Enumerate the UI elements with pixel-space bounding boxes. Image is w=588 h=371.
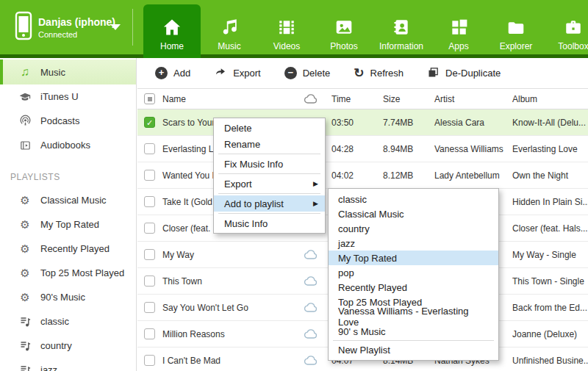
add-button[interactable]: + Add xyxy=(155,67,190,79)
sidebar-playlist-recently-played[interactable]: ⚙ Recently Played xyxy=(0,237,136,261)
refresh-button[interactable]: ↻ Refresh xyxy=(354,67,404,79)
row-checkbox[interactable] xyxy=(144,196,155,207)
submenu-item-pop[interactable]: pop xyxy=(329,265,498,280)
select-all-checkbox[interactable] xyxy=(144,93,155,104)
tab-label: Information xyxy=(379,41,423,51)
tab-label: Photos xyxy=(330,41,357,51)
table-row[interactable]: Wanted You More 04:02 8.12MB Lady Antebe… xyxy=(137,162,588,189)
row-checkbox[interactable] xyxy=(144,275,155,287)
menu-item-label: country xyxy=(338,223,370,234)
sidebar-playlist-top-25-most-played[interactable]: ⚙ Top 25 Most Played xyxy=(0,261,136,285)
de-duplicate-button[interactable]: De-Duplicate xyxy=(427,66,501,81)
menu-item-label: 90' s Music xyxy=(338,326,386,337)
song-album: Hidden In Plain Si... xyxy=(506,197,588,207)
column-header-name[interactable]: Name xyxy=(162,94,296,104)
context-menu-item-fix-music-info[interactable]: Fix Music Info xyxy=(214,156,325,172)
song-album: Own the Night xyxy=(506,170,588,181)
gear-icon: ⚙ xyxy=(18,267,32,280)
row-checkbox[interactable] xyxy=(144,355,155,366)
plus-icon: + xyxy=(155,67,168,79)
add-to-playlist-submenu: classic Classical Music country jazz My … xyxy=(328,188,499,361)
tab-explorer[interactable]: Explorer xyxy=(487,0,545,58)
context-menu-item-rename[interactable]: Rename xyxy=(214,136,325,152)
tab-home[interactable]: Home xyxy=(143,4,201,58)
submenu-item-new-playlist[interactable]: New Playlist xyxy=(329,342,498,357)
sidebar-playlist-classic[interactable]: classic xyxy=(0,309,136,334)
sidebar: ♫ Music iTunes U Podcasts Audiobooks PLA… xyxy=(0,58,137,371)
row-checkbox[interactable] xyxy=(144,223,155,234)
cloud-column-icon[interactable] xyxy=(296,94,326,104)
submenu-item-country[interactable]: country xyxy=(329,221,498,236)
menu-item-label: jazz xyxy=(338,238,355,249)
tab-label: Music xyxy=(218,41,240,51)
sidebar-item-podcasts[interactable]: Podcasts xyxy=(0,109,136,133)
photo-icon xyxy=(334,15,354,39)
contacts-icon xyxy=(392,15,411,39)
column-header-time[interactable]: Time xyxy=(326,94,377,104)
tab-videos[interactable]: Videos xyxy=(258,0,315,58)
column-header-artist[interactable]: Artist xyxy=(429,94,506,104)
sidebar-playlist-90s-music[interactable]: ⚙ 90's Music xyxy=(0,285,136,309)
sidebar-playlist-country[interactable]: country xyxy=(0,334,136,358)
context-menu-item-add-to-playlist[interactable]: Add to playlist ▶ xyxy=(214,195,325,212)
context-menu-item-music-info[interactable]: Music Info xyxy=(214,215,325,231)
song-size: 8.12MB xyxy=(377,170,429,181)
submenu-item-classic[interactable]: classic xyxy=(329,192,498,206)
export-arrow-icon xyxy=(214,66,227,80)
sidebar-playlist-jazz[interactable]: jazz xyxy=(0,358,136,371)
home-icon xyxy=(162,15,182,39)
menu-item-label: Export xyxy=(224,179,252,190)
add-button-label: Add xyxy=(173,68,190,79)
table-row[interactable]: ✓ Scars to Your Beautiful 03:50 7.74MB A… xyxy=(137,109,588,136)
export-button[interactable]: Export xyxy=(214,66,261,80)
de-duplicate-button-label: De-Duplicate xyxy=(445,68,501,79)
row-checkbox[interactable] xyxy=(144,170,155,181)
tab-label: Home xyxy=(160,41,184,51)
table-row[interactable]: Everlasting Love 04:28 8.94MB Vanessa Wi… xyxy=(137,136,588,162)
sidebar-item-itunes-u[interactable]: iTunes U xyxy=(0,84,136,109)
apps-grid-icon xyxy=(449,15,468,39)
row-checkbox[interactable] xyxy=(144,328,155,339)
song-size: 7.74MB xyxy=(377,118,429,128)
row-checkbox[interactable] xyxy=(144,302,155,313)
sidebar-item-label: Top 25 Most Played xyxy=(40,267,124,278)
submenu-item-my-top-rated[interactable]: My Top Rated xyxy=(329,251,498,265)
menu-item-label: New Playlist xyxy=(338,345,390,356)
row-checkbox[interactable] xyxy=(144,249,155,260)
submenu-item-classical-music[interactable]: Classical Music xyxy=(329,206,498,221)
delete-button[interactable]: − Delete xyxy=(284,67,331,79)
menu-separator xyxy=(218,154,320,154)
cloud-icon xyxy=(296,276,326,287)
gear-icon: ⚙ xyxy=(18,194,32,207)
briefcase-icon xyxy=(564,15,583,39)
tab-apps[interactable]: Apps xyxy=(430,0,487,58)
song-name: I Can't Be Mad xyxy=(162,356,296,366)
tab-music[interactable]: Music xyxy=(201,0,258,58)
menu-item-label: Vanessa Williams - Everlasting Love xyxy=(338,306,491,328)
submenu-item-jazz[interactable]: jazz xyxy=(329,236,498,251)
song-artist: Lady Antebellum xyxy=(429,170,506,181)
sidebar-item-label: My Top Rated xyxy=(40,219,99,230)
sidebar-item-audiobooks[interactable]: Audiobooks xyxy=(0,133,136,157)
sidebar-playlist-classical-music[interactable]: ⚙ Classical Music xyxy=(0,188,136,212)
row-checkbox-checked[interactable]: ✓ xyxy=(144,117,155,128)
tab-toolbox[interactable]: Toolbox xyxy=(545,0,588,58)
sidebar-item-label: Classical Music xyxy=(40,195,107,206)
podcast-icon xyxy=(18,115,32,128)
column-header-size[interactable]: Size xyxy=(377,94,429,104)
gear-icon: ⚙ xyxy=(18,242,32,256)
tab-information[interactable]: Information xyxy=(373,0,430,58)
sidebar-playlist-my-top-rated[interactable]: ⚙ My Top Rated xyxy=(0,212,136,237)
device-selector[interactable]: Danjas (iphone) Connected xyxy=(0,0,137,54)
sidebar-item-music[interactable]: ♫ Music xyxy=(0,60,136,84)
row-checkbox[interactable] xyxy=(144,143,155,154)
column-header-album[interactable]: Album xyxy=(506,94,588,104)
tab-photos[interactable]: Photos xyxy=(315,0,373,58)
submenu-item-vanessa-williams-everlasting-love[interactable]: Vanessa Williams - Everlasting Love xyxy=(329,309,498,324)
song-album: My Way - Single xyxy=(506,250,588,260)
context-menu-item-delete[interactable]: Delete xyxy=(214,120,325,136)
sidebar-item-label: Podcasts xyxy=(40,115,79,126)
caret-down-icon[interactable] xyxy=(110,24,121,30)
submenu-item-recently-played[interactable]: Recently Played xyxy=(329,280,498,295)
context-menu-item-export[interactable]: Export ▶ xyxy=(214,176,325,192)
